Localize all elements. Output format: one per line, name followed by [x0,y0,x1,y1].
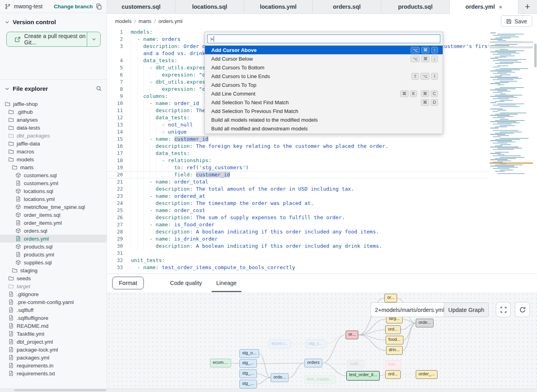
palette-item-add-selection-to-next-find-match[interactable]: Add Selection To Next Find Match⌘D [205,98,443,107]
lineage-node-stg_[interactable]: stg_... [239,369,257,378]
tab-customers.sql[interactable]: customers.sql [107,0,176,13]
file-tree-item-.gitignore[interactable]: .gitignore [0,290,107,298]
file-tree-item-locations.sql[interactable]: locations.sql [0,187,107,195]
minimap[interactable] [489,33,533,178]
file-tree-item-.pre-commit-config.yaml[interactable]: .pre-commit-config.yaml [0,298,107,306]
file-tree-item-dbt_project.yml[interactable]: dbt_project.yml [0,338,107,346]
lineage-node-ecom[interactable]: ecom.... [210,359,231,367]
palette-item-build-all-models-related-to-the-modified-models[interactable]: Build all models related to the modified… [205,115,443,124]
lineage-node-ecomr[interactable]: ecom.r... [269,340,291,348]
code-line[interactable]: 23- name: ordered_at [107,193,489,200]
create-pr-dropdown[interactable] [87,32,100,46]
file-tree-item-marts[interactable]: marts [0,163,107,171]
code-line[interactable]: 26description: The sum of supply expense… [107,214,489,221]
format-button[interactable]: Format [112,277,144,289]
palette-item-add-cursors-to-bottom[interactable]: Add Cursors To Bottom [205,63,443,72]
file-tree-item-requirements.in[interactable]: requirements.in [0,361,107,369]
lineage-node-stg_o[interactable]: stg_o... [239,349,259,358]
palette-item-add-cursors-to-top[interactable]: Add Cursors To Top [205,80,443,89]
file-tree-item-README.md[interactable]: README.md [0,322,107,330]
refresh-button[interactable] [515,302,530,317]
palette-item-add-line-comment[interactable]: Add Line Comment⌘K⌘C [205,89,443,98]
sidebar-hscroll-thumb[interactable] [14,389,106,391]
code-line[interactable]: 33- name: test_order_items_compute_to_bo… [107,264,489,271]
file-tree-item-macros[interactable]: macros [0,147,107,155]
code-line[interactable]: 32unit_tests: [107,257,489,264]
breadcrumb-segment[interactable]: orders.yml [159,18,183,24]
editor-scrollbar[interactable] [534,44,537,67]
file-tree-item-customers.sql[interactable]: customers.sql [0,171,107,179]
palette-item-add-cursors-to-line-ends[interactable]: Add Cursors to Line Ends⇧⌥I [205,72,443,80]
code-line[interactable]: 17data_tests: [107,150,489,157]
file-tree-item-.sqlfluff[interactable]: .sqlfluff [0,306,107,314]
version-control-header[interactable]: Version control [0,13,107,29]
file-tree-item-locations.yml[interactable]: locations.yml [0,195,107,203]
file-tree-item-customers.yml[interactable]: customers.yml [0,179,107,187]
lineage-node-ord[interactable]: ord... [385,325,401,334]
close-tab-icon[interactable]: × [499,4,503,10]
palette-item-add-cursor-below[interactable]: Add Cursor Below⌥⌘↓ [205,54,443,63]
lineage-node-stg_[interactable]: stg_... [239,359,257,368]
file-tree-item-order_items.sql[interactable]: order_items.sql [0,211,107,219]
file-tree-item-package-lock.yml[interactable]: package-lock.yml [0,346,107,354]
code-line[interactable]: 24description: The timestamp the order w… [107,200,489,207]
lineage-canvas[interactable]: 2+models/marts/orders.yml+ Update Graph … [107,292,537,388]
file-tree-item-jaffle-shop[interactable]: jaffle-shop [0,100,107,108]
change-branch-link[interactable]: Change branch [54,4,93,10]
file-tree-item-.github[interactable]: .github [0,108,107,116]
lineage-node-orde[interactable]: orde... [271,373,289,382]
file-tree-item-staging[interactable]: staging [0,266,107,274]
file-tree-item-analyses[interactable]: analyses [0,116,107,124]
tab-locations.yml[interactable]: locations.yml [244,0,313,13]
lineage-node-or[interactable]: or... [346,331,358,339]
lineage-node-drin[interactable]: drin... [386,346,403,355]
copy-icon[interactable] [96,4,102,10]
code-line[interactable]: 19to: ref('stg_customers') [107,164,489,171]
palette-item-build-all-modified-and-downstream-models[interactable]: Build all modified and downstream models [205,124,443,133]
file-tree-item-.sqlfluffignore[interactable]: .sqlfluffignore [0,314,107,322]
create-pr-button[interactable]: Create a pull request on Git... [6,32,101,47]
code-line[interactable]: 22description: The total amount of the o… [107,185,489,193]
file-tree-item-products.yml[interactable]: products.yml [0,250,107,258]
lineage-node-or[interactable]: or... [384,294,397,302]
file-tree-item-jaffle-data[interactable]: jaffle-data [0,140,107,147]
file-explorer-header[interactable]: File explorer [0,80,107,95]
file-tree-item-models[interactable]: models [0,155,107,163]
lineage-node-test_order_it[interactable]: test_order_it... [346,371,380,381]
code-line[interactable]: 30description: A boolean indicating if t… [107,243,489,250]
file-tree-item-data-tests[interactable]: data-tests [0,124,107,132]
file-tree-item-seeds[interactable]: seeds [0,274,107,282]
palette-item-add-cursor-above[interactable]: Add Cursor Above⌥⌘↑ [205,46,443,54]
save-button[interactable]: Save [501,15,532,27]
file-tree-item-dbt_packages[interactable]: dbt_packages [0,132,107,140]
lineage-node-food[interactable]: food... [386,336,403,344]
update-graph-button[interactable]: Update Graph [444,302,489,317]
code-line[interactable]: 31 [107,250,489,257]
lineage-node-orders[interactable]: orders [304,359,322,367]
file-tree-item-requirements.txt[interactable]: requirements.txt [0,369,107,377]
code-line[interactable]: 21- name: order_total [107,178,489,185]
file-tree-item-orders.yml[interactable]: orders.yml [0,235,107,243]
code-line[interactable]: 20field: customer_id [107,171,489,178]
new-tab-button[interactable]: + [518,0,537,13]
lineage-node-cus[interactable]: cus... [385,360,401,369]
tab-locations.sql[interactable]: locations.sql [176,0,244,13]
code-line[interactable]: 29- name: is_drink_order [107,235,489,243]
search-icon[interactable] [96,86,102,92]
tab-products.sql[interactable]: products.sql [381,0,450,13]
lineage-node-orde[interactable]: orde... [416,319,434,327]
code-line[interactable]: 28description: A boolean indicating if t… [107,228,489,235]
code-line[interactable]: 27- name: is_food_order [107,221,489,228]
file-tree-item-target[interactable]: target [0,282,107,290]
file-tree-item-orders.sql[interactable]: orders.sql [0,227,107,235]
code-line[interactable]: 18- relationships: [107,157,489,164]
tab-orders.yml[interactable]: orders.yml× [450,0,518,14]
command-palette-input[interactable]: > [207,34,440,43]
file-tree-item-supplies.sql[interactable]: supplies.sql [0,258,107,266]
file-tree-item-packages.yml[interactable]: packages.yml [0,354,107,361]
file-tree-item-products.sql[interactable]: products.sql [0,243,107,250]
lineage-node-stg_c[interactable]: stg_c... [306,340,325,348]
tab-orders.sql[interactable]: orders.sql [313,0,381,13]
file-tree-item-Taskfile.yml[interactable]: Taskfile.yml [0,330,107,338]
palette-item-add-selection-to-previous-find-match[interactable]: Add Selection To Previous Find Match [205,107,443,115]
